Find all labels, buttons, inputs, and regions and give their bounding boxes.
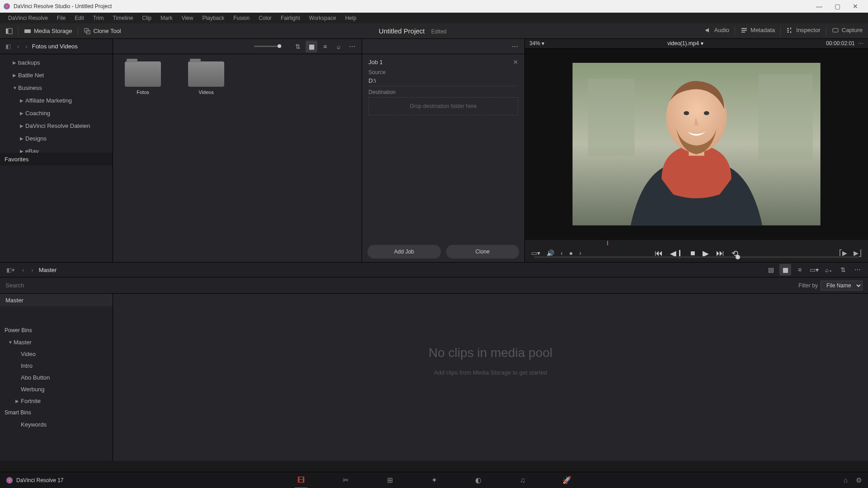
match-frame[interactable]: ▭▾ <box>531 249 540 257</box>
menu-item[interactable]: Fairlight <box>276 15 305 21</box>
source-path[interactable]: D:\ <box>368 75 518 86</box>
page-cut[interactable]: ✂ <box>337 472 354 488</box>
tree-item[interactable]: ▶backups <box>0 56 113 69</box>
menu-item[interactable]: Help <box>340 15 361 21</box>
window-maximize[interactable]: ▢ <box>828 3 846 10</box>
sort-button[interactable]: ⇅ <box>292 41 304 52</box>
clone-tool-button[interactable]: Clone Tool <box>78 23 127 38</box>
clone-button[interactable]: Clone <box>446 245 519 258</box>
capture-panel-button[interactable]: Capture <box>826 27 868 34</box>
audio-panel-button[interactable]: Audio <box>699 27 735 34</box>
pool-sidebar-toggle[interactable]: ◧▾ <box>5 267 17 273</box>
window-close[interactable]: ✕ <box>846 3 864 10</box>
page-fusion[interactable]: ✦ <box>426 472 442 488</box>
audio-toggle[interactable]: 🔊 <box>547 249 554 257</box>
menu-item[interactable]: Clip <box>137 15 156 21</box>
mark-out[interactable]: ▶⎦ <box>854 249 862 257</box>
menu-item[interactable]: Playback <box>198 15 229 21</box>
menu-item[interactable]: File <box>52 15 70 21</box>
view-thumbs[interactable]: ▦ <box>779 264 791 276</box>
prev-edit[interactable]: ‹ <box>561 249 563 257</box>
menu-item[interactable]: Workspace <box>305 15 341 21</box>
tree-item[interactable]: ▶Battle Net <box>0 69 113 81</box>
chevron-right-icon: ▶ <box>20 136 25 141</box>
bin-item[interactable]: Werbung <box>0 383 113 395</box>
tree-item[interactable]: ▶Designs <box>0 132 113 145</box>
media-pool[interactable]: No clips in media pool Add clips from Me… <box>113 294 868 461</box>
bin-item[interactable]: ▼Master <box>0 336 113 348</box>
view-strip[interactable]: ▤ <box>765 264 777 276</box>
options-menu[interactable]: ⋯ <box>346 41 358 52</box>
page-edit[interactable]: ⊞ <box>382 472 398 488</box>
page-fairlight[interactable]: ♫ <box>514 472 531 488</box>
view-list2[interactable]: ≡ <box>794 264 806 276</box>
tree-item[interactable]: ▶DaVinci Resolve Dateien <box>0 119 113 132</box>
view-thumbnails[interactable]: ▦ <box>306 41 317 52</box>
menu-item[interactable]: Fusion <box>229 15 254 21</box>
pool-search-input[interactable] <box>5 282 793 289</box>
destination-dropzone[interactable]: Drop destination folder here <box>368 97 518 115</box>
bin-item[interactable]: Keywords <box>0 418 113 430</box>
app-logo-icon <box>6 477 13 483</box>
folder-item[interactable]: Videos <box>184 61 229 255</box>
view-list[interactable]: ≡ <box>319 41 331 52</box>
tree-item[interactable]: ▶eBay <box>0 145 113 153</box>
pool-breadcrumb[interactable]: Master <box>39 267 57 273</box>
menu-item[interactable]: Color <box>254 15 276 21</box>
pool-search[interactable]: ⌕▾ <box>823 264 835 276</box>
view-split[interactable]: ▭▾ <box>808 264 820 276</box>
metadata-panel-button[interactable]: Metadata <box>735 27 780 34</box>
menu-item[interactable]: View <box>177 15 198 21</box>
marker[interactable]: ● <box>569 249 573 257</box>
folder-item[interactable]: Fotos <box>120 61 165 255</box>
close-job[interactable]: ✕ <box>513 59 518 66</box>
favorites-header[interactable]: Favorites <box>0 153 113 165</box>
jog-wheel[interactable] <box>534 256 859 258</box>
layout-toggle[interactable] <box>0 23 18 38</box>
next-edit[interactable]: › <box>579 249 581 257</box>
pool-sort[interactable]: ⇅ <box>837 264 849 276</box>
page-deliver[interactable]: 🚀 <box>559 472 575 488</box>
menu-item[interactable]: Trim <box>89 15 108 21</box>
bin-item[interactable]: Video <box>0 348 113 360</box>
svg-rect-0 <box>6 28 8 34</box>
zoom-level[interactable]: 34% ▾ <box>529 40 544 47</box>
timecode: 00:00:02:01 <box>826 40 854 47</box>
pool-options[interactable]: ⋯ <box>852 264 863 276</box>
sidebar-toggle[interactable]: ◧ <box>4 43 13 50</box>
filter-field-select[interactable]: File Name <box>821 281 863 291</box>
pool-nav-forward[interactable]: › <box>29 267 35 273</box>
bin-master[interactable]: Master <box>0 294 113 306</box>
menu-item[interactable]: Edit <box>70 15 89 21</box>
inspector-panel-button[interactable]: Inspector <box>781 27 826 34</box>
tree-item[interactable]: ▶Coaching <box>0 107 113 119</box>
tree-item[interactable]: ▶Affiliate Marketing <box>0 94 113 107</box>
window-minimize[interactable]: — <box>810 3 828 10</box>
page-media[interactable]: 🎞 <box>293 472 309 488</box>
nav-back[interactable]: ‹ <box>15 43 21 50</box>
viewer-filename[interactable]: video(1).mp4 ▾ <box>667 40 703 47</box>
inspector-icon <box>786 27 793 34</box>
add-job-button[interactable]: Add Job <box>368 245 441 258</box>
mark-in[interactable]: ⎡▶ <box>839 249 847 257</box>
nav-forward[interactable]: › <box>24 43 29 50</box>
chevron-right-icon: ▶ <box>15 399 21 404</box>
viewer-menu[interactable]: ⋯ <box>858 40 863 47</box>
scrub-bar[interactable] <box>525 240 868 244</box>
pool-nav-back[interactable]: ‹ <box>20 267 26 273</box>
tree-item[interactable]: ▼Business <box>0 81 113 94</box>
thumbnail-size-slider[interactable] <box>254 46 281 47</box>
menu-item[interactable]: Mark <box>156 15 177 21</box>
home-button[interactable]: ⌂ <box>844 476 848 484</box>
media-storage-button[interactable]: Media Storage <box>19 23 78 38</box>
search-button[interactable]: ⌕ <box>333 41 344 52</box>
page-color[interactable]: ◐ <box>470 472 486 488</box>
bin-item[interactable]: Abo Button <box>0 371 113 383</box>
viewer-canvas[interactable] <box>525 49 868 240</box>
bin-item[interactable]: ▶Fortnite <box>0 395 113 407</box>
menu-item[interactable]: Timeline <box>108 15 137 21</box>
clone-options[interactable]: ⋯ <box>509 41 521 52</box>
settings-button[interactable]: ⚙ <box>856 476 862 484</box>
bin-item[interactable]: Intro <box>0 360 113 371</box>
menu-item[interactable]: DaVinci Resolve <box>4 15 52 21</box>
